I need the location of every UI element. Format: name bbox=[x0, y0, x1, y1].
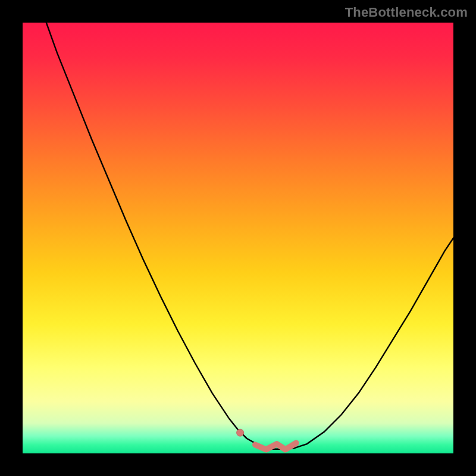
chart-frame: TheBottleneck.com bbox=[0, 0, 476, 476]
marker-circle bbox=[237, 429, 244, 436]
curve-svg bbox=[23, 23, 453, 453]
bottleneck-curve bbox=[46, 23, 453, 449]
plot-area bbox=[23, 23, 453, 453]
attribution-label: TheBottleneck.com bbox=[345, 5, 468, 20]
